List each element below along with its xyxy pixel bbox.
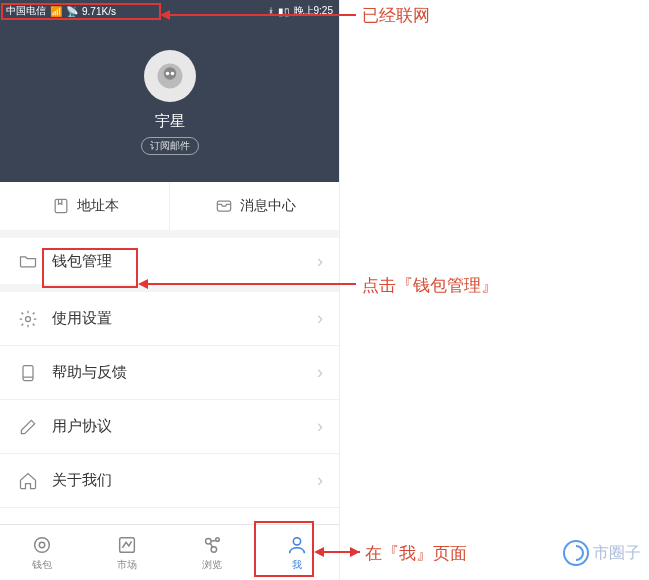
tab-wallet[interactable]: 钱包 (0, 525, 85, 580)
net-speed: 9.71K/s (82, 6, 116, 17)
tab-market-label: 市场 (117, 558, 137, 572)
svg-point-1 (163, 67, 176, 80)
svg-rect-4 (55, 199, 67, 212)
me-tab-icon (286, 534, 308, 556)
device-icon (18, 363, 38, 383)
address-book-label: 地址本 (77, 197, 119, 215)
quick-row: 地址本 消息中心 (0, 182, 339, 238)
address-book-button[interactable]: 地址本 (0, 182, 169, 230)
browse-tab-icon (201, 534, 223, 556)
status-right: ᚼ ▮▯ 晚上9:25 (268, 4, 333, 18)
svg-point-2 (165, 71, 169, 75)
watermark: 市圈子 (563, 540, 641, 566)
svg-point-9 (35, 537, 50, 552)
menu-wallet-manage[interactable]: 钱包管理 › (0, 238, 339, 292)
svg-point-10 (40, 542, 46, 548)
menu-help-feedback[interactable]: 帮助与反馈 › (0, 346, 339, 400)
message-center-button[interactable]: 消息中心 (169, 182, 339, 230)
annotation-me-page-label: 在『我』页面 (365, 542, 467, 565)
profile-header: 宇星 订阅邮件 (0, 22, 339, 182)
message-center-label: 消息中心 (240, 197, 296, 215)
tab-bar: 钱包 市场 浏览 我 (0, 524, 339, 580)
status-bar: 中国电信 📶 📡 9.71K/s ᚼ ▮▯ 晚上9:25 (0, 0, 339, 22)
chevron-right-icon: › (317, 416, 323, 437)
chevron-right-icon: › (317, 470, 323, 491)
annotation-networked-label: 已经联网 (362, 4, 430, 27)
home-icon (18, 471, 38, 491)
bookmark-icon (51, 196, 71, 216)
bluetooth-icon: ᚼ (268, 6, 274, 17)
chevron-right-icon: › (317, 362, 323, 383)
username-label: 宇星 (155, 112, 185, 131)
menu-user-agreement[interactable]: 用户协议 › (0, 400, 339, 454)
svg-point-14 (211, 546, 217, 552)
tab-me-label: 我 (292, 558, 302, 572)
svg-point-6 (26, 316, 31, 321)
menu-list: 钱包管理 › 使用设置 › 帮助与反馈 › 用户协议 › (0, 238, 339, 508)
svg-marker-22 (350, 547, 360, 557)
tab-me[interactable]: 我 (254, 525, 339, 580)
avatar[interactable] (144, 50, 196, 102)
menu-usage-settings-label: 使用设置 (52, 309, 112, 328)
folder-icon (18, 251, 38, 271)
svg-rect-11 (120, 537, 135, 552)
svg-point-13 (216, 537, 220, 541)
annotation-click-wallet-label: 点击『钱包管理』 (362, 274, 498, 297)
carrier-label: 中国电信 (6, 4, 46, 18)
svg-point-15 (293, 537, 300, 544)
subscribe-email-button[interactable]: 订阅邮件 (141, 137, 199, 155)
wifi-icon: 📡 (66, 6, 78, 17)
inbox-icon (214, 196, 234, 216)
edit-icon (18, 417, 38, 437)
menu-usage-settings[interactable]: 使用设置 › (0, 292, 339, 346)
tab-wallet-label: 钱包 (32, 558, 52, 572)
watermark-logo-icon (563, 540, 589, 566)
clock-label: 晚上9:25 (294, 4, 333, 18)
avatar-robot-icon (155, 61, 185, 91)
status-left: 中国电信 📶 📡 9.71K/s (6, 4, 116, 18)
battery-icon: ▮▯ (278, 6, 290, 17)
signal-icon: 📶 (50, 6, 62, 17)
menu-help-feedback-label: 帮助与反馈 (52, 363, 127, 382)
svg-point-3 (170, 71, 174, 75)
tab-browse-label: 浏览 (202, 558, 222, 572)
menu-about-us-label: 关于我们 (52, 471, 112, 490)
svg-rect-7 (23, 365, 33, 380)
market-tab-icon (116, 534, 138, 556)
tab-market[interactable]: 市场 (85, 525, 170, 580)
chevron-right-icon: › (317, 251, 323, 272)
phone-frame: 中国电信 📶 📡 9.71K/s ᚼ ▮▯ 晚上9:25 宇星 订阅邮件 地址本 (0, 0, 340, 580)
chevron-right-icon: › (317, 308, 323, 329)
tab-browse[interactable]: 浏览 (170, 525, 255, 580)
gear-icon (18, 309, 38, 329)
menu-user-agreement-label: 用户协议 (52, 417, 112, 436)
menu-about-us[interactable]: 关于我们 › (0, 454, 339, 508)
wallet-tab-icon (31, 534, 53, 556)
menu-wallet-manage-label: 钱包管理 (52, 252, 112, 271)
watermark-text: 市圈子 (593, 543, 641, 564)
